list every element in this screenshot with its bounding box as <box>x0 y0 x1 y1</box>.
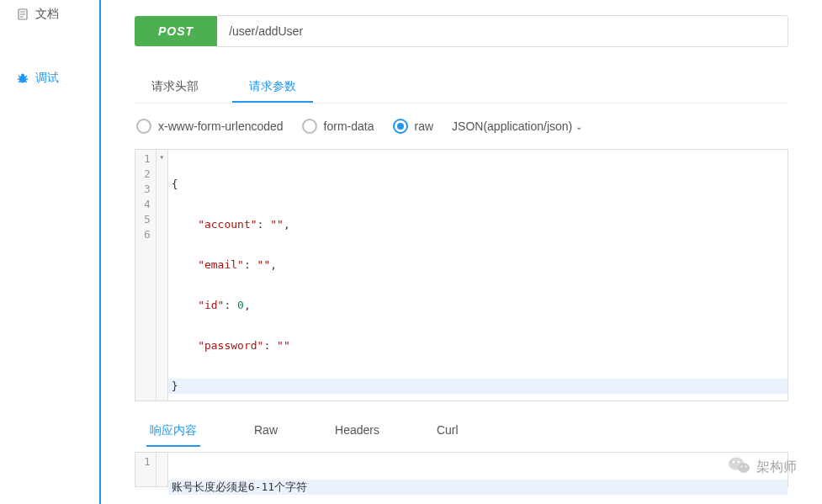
watermark: 架构师 <box>728 455 797 479</box>
svg-line-8 <box>19 76 20 77</box>
response-tab-headers[interactable]: Headers <box>331 416 383 447</box>
bodytype-label: x-www-form-urlencoded <box>158 119 284 133</box>
body-type-row: x-www-form-urlencoded form-data raw JSON… <box>135 119 788 134</box>
response-text: 账号长度必须是6-11个字符 <box>168 480 788 495</box>
code-area[interactable]: 账号长度必须是6-11个字符 <box>168 453 788 486</box>
fold-gutter <box>156 453 168 486</box>
response-body-editor[interactable]: 1 账号长度必须是6-11个字符 <box>135 452 788 487</box>
sidebar-item-label: 调试 <box>35 71 59 86</box>
request-body-editor[interactable]: 1 2 3 4 5 6 ▾ { "account": "", "email": … <box>135 149 788 401</box>
request-tabs: 请求头部 请求参数 <box>135 72 788 103</box>
main-panel: POST 请求头部 请求参数 x-www-form-urlencoded for… <box>101 0 822 504</box>
sidebar-item-doc[interactable]: 文档 <box>0 0 99 29</box>
request-line: POST <box>135 15 788 47</box>
tab-request-headers[interactable]: 请求头部 <box>135 72 215 103</box>
radio-icon <box>393 119 408 134</box>
svg-point-13 <box>738 463 750 473</box>
http-method-badge[interactable]: POST <box>135 16 217 46</box>
fold-gutter: ▾ <box>156 150 168 401</box>
bodytype-raw[interactable]: raw <box>393 119 434 134</box>
content-type-label: JSON(application/json) <box>452 119 572 133</box>
content-type-select[interactable]: JSON(application/json) ⌄ <box>452 119 582 133</box>
wechat-icon <box>728 455 751 479</box>
line-gutter: 1 <box>135 453 156 486</box>
response-tabs: 响应内容 Raw Headers Curl <box>135 416 788 447</box>
svg-line-9 <box>25 76 27 77</box>
sidebar: 文档 调试 <box>0 0 101 504</box>
svg-point-16 <box>741 466 743 468</box>
sidebar-item-label: 文档 <box>35 7 59 22</box>
response-tab-raw[interactable]: Raw <box>251 416 281 447</box>
watermark-text: 架构师 <box>756 459 797 476</box>
tab-request-params[interactable]: 请求参数 <box>232 72 313 103</box>
radio-icon <box>302 119 317 134</box>
line-gutter: 1 2 3 4 5 6 <box>135 150 156 401</box>
code-area[interactable]: { "account": "", "email": "", "id": 0, "… <box>168 150 788 401</box>
bodytype-formdata[interactable]: form-data <box>302 119 374 134</box>
svg-point-17 <box>745 466 747 468</box>
svg-point-14 <box>733 461 734 463</box>
doc-icon <box>17 8 29 20</box>
svg-line-10 <box>19 81 20 82</box>
radio-icon <box>136 119 151 134</box>
bodytype-urlencoded[interactable]: x-www-form-urlencoded <box>136 119 284 134</box>
bodytype-label: raw <box>415 119 434 133</box>
fold-toggle-icon[interactable]: ▾ <box>156 150 167 165</box>
chevron-down-icon: ⌄ <box>575 122 582 131</box>
svg-point-15 <box>738 461 740 463</box>
bodytype-label: form-data <box>324 119 374 133</box>
url-input[interactable] <box>217 15 788 47</box>
svg-line-11 <box>25 81 27 82</box>
bug-icon <box>17 72 29 84</box>
svg-point-5 <box>21 74 24 77</box>
response-tab-curl[interactable]: Curl <box>433 416 462 447</box>
response-tab-content[interactable]: 响应内容 <box>146 416 200 447</box>
sidebar-item-debug[interactable]: 调试 <box>0 64 99 93</box>
